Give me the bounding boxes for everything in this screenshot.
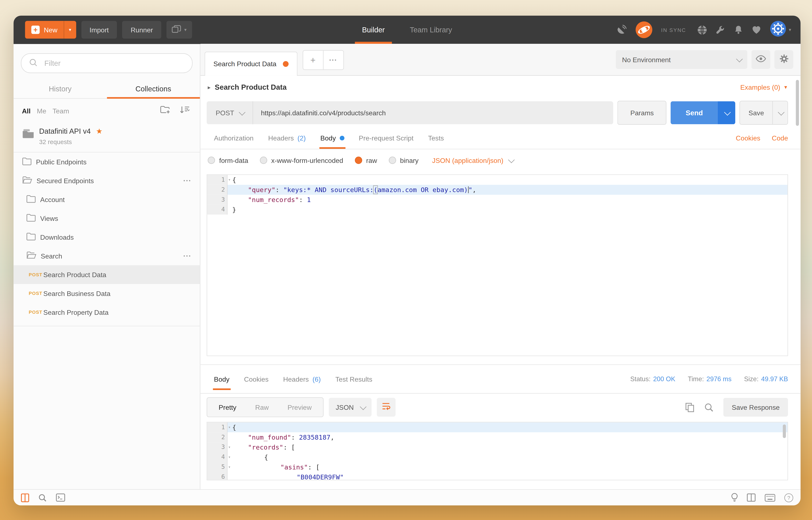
tab-response-headers[interactable]: Headers (6) xyxy=(276,368,328,390)
sync-status-icon[interactable] xyxy=(635,21,653,39)
code-fold-icon[interactable]: ▾ xyxy=(228,175,231,185)
favorites-heart-icon[interactable] xyxy=(752,25,762,34)
builder-tab-label: Builder xyxy=(362,26,385,34)
globe-icon[interactable] xyxy=(697,25,707,35)
new-window-button[interactable]: ▾ xyxy=(166,21,192,39)
tab-response-cookies[interactable]: Cookies xyxy=(237,368,276,390)
interceptor-satellite-icon[interactable] xyxy=(616,24,627,35)
method-selector[interactable]: POST xyxy=(207,101,253,124)
folder-secured-endpoints[interactable]: Secured Endpoints ••• xyxy=(13,171,200,190)
tab-body[interactable]: Body xyxy=(313,127,352,149)
open-request-tab[interactable]: Search Product Data xyxy=(205,52,297,76)
radio-urlencoded[interactable]: x-www-form-urlencoded xyxy=(260,156,343,164)
request-item-search-property-data[interactable]: POST Search Property Data xyxy=(13,303,200,321)
examples-dropdown[interactable]: Examples (0) ▼ xyxy=(740,83,788,91)
runner-button[interactable]: Runner xyxy=(122,21,161,39)
new-button[interactable]: + New ▾ xyxy=(25,21,76,39)
wrap-text-button[interactable] xyxy=(377,398,396,417)
response-scrollbar[interactable] xyxy=(783,424,786,438)
line-number: 1 xyxy=(221,423,225,431)
settings-wrench-icon[interactable] xyxy=(716,25,726,35)
folder-menu-icon[interactable]: ••• xyxy=(184,178,192,183)
send-options-button[interactable] xyxy=(718,101,735,124)
notifications-bell-icon[interactable] xyxy=(734,25,743,35)
folder-downloads[interactable]: Downloads xyxy=(13,228,200,246)
code-fold-icon[interactable]: ▾ xyxy=(228,422,231,433)
filter-input[interactable] xyxy=(43,58,185,68)
tab-pre-request-script[interactable]: Pre-request Script xyxy=(351,127,421,149)
code-fold-icon[interactable]: ▾ xyxy=(228,462,231,472)
request-name: Search Property Data xyxy=(43,308,109,316)
keyboard-shortcuts-icon[interactable] xyxy=(764,494,776,501)
request-item-search-business-data[interactable]: POST Search Business Data xyxy=(13,284,200,303)
toggle-sidebar-button[interactable] xyxy=(21,493,29,502)
line-number: 2 xyxy=(221,186,225,193)
send-button[interactable]: Send xyxy=(671,101,735,124)
body-mode-selector: form-data x-www-form-urlencoded raw xyxy=(200,149,801,171)
tab-builder[interactable]: Builder xyxy=(362,16,385,44)
folder-public-endpoints[interactable]: Public Endpoints xyxy=(13,153,200,171)
params-button[interactable]: Params xyxy=(618,101,667,125)
new-folder-icon[interactable] xyxy=(160,105,171,116)
filter-search-box[interactable] xyxy=(21,53,193,73)
view-pretty[interactable]: Pretty xyxy=(209,403,246,411)
environment-quicklook-button[interactable] xyxy=(752,50,770,69)
new-tab-button[interactable]: + xyxy=(303,51,323,70)
tab-team-library[interactable]: Team Library xyxy=(410,16,452,44)
response-language-selector[interactable]: JSON xyxy=(329,398,372,417)
tab-authorization[interactable]: Authorization xyxy=(207,127,261,149)
code-fold-icon[interactable]: ▾ xyxy=(228,442,231,452)
code-fold-icon[interactable]: ▾ xyxy=(228,452,231,462)
console-icon[interactable] xyxy=(56,493,65,501)
tab-response-body[interactable]: Body xyxy=(207,368,237,390)
radio-raw[interactable]: raw xyxy=(355,156,377,164)
folder-account[interactable]: Account xyxy=(13,190,200,209)
history-tab-label: History xyxy=(49,85,72,93)
vertical-scrollbar[interactable] xyxy=(796,80,799,126)
radio-binary[interactable]: binary xyxy=(389,156,419,164)
tab-test-results[interactable]: Test Results xyxy=(328,368,380,390)
search-icon[interactable] xyxy=(38,493,47,502)
folder-views[interactable]: Views xyxy=(13,209,200,228)
collapse-request-toggle[interactable]: ▸ xyxy=(208,84,211,90)
save-options-button[interactable] xyxy=(772,101,787,124)
environment-selector[interactable]: No Environment xyxy=(616,50,747,69)
collection-item-datafiniti[interactable]: Datafiniti API v4 ★ 32 requests xyxy=(13,122,200,153)
gear-icon xyxy=(779,54,789,66)
scope-me[interactable]: Me xyxy=(37,107,46,115)
environment-settings-button[interactable] xyxy=(774,50,793,69)
response-body-viewer[interactable]: 1▾ { 2 "num_found": 28358187, 3▾ "record… xyxy=(207,422,788,480)
help-icon[interactable]: ? xyxy=(784,493,793,502)
send-label: Send xyxy=(671,101,718,124)
two-pane-layout-icon[interactable] xyxy=(747,493,756,501)
chevron-down-icon[interactable]: ▾ xyxy=(64,27,76,32)
favorite-star-icon[interactable]: ★ xyxy=(96,127,103,135)
request-body-editor[interactable]: 1▾ { 2 "query": "keys:* AND sourceURLs:(… xyxy=(207,174,788,356)
search-response-button[interactable] xyxy=(704,402,714,412)
tab-collections[interactable]: Collections xyxy=(107,78,200,98)
save-response-button[interactable]: Save Response xyxy=(723,398,788,417)
content-type-selector[interactable]: JSON (application/json) xyxy=(432,156,513,164)
code-link[interactable]: Code xyxy=(772,134,788,142)
tab-options-button[interactable]: ••• xyxy=(323,51,343,70)
view-preview[interactable]: Preview xyxy=(278,403,321,411)
sort-icon[interactable] xyxy=(179,105,192,116)
url-input[interactable]: https://api.datafiniti.co/v4/products/se… xyxy=(253,109,614,117)
folder-menu-icon[interactable]: ••• xyxy=(184,253,192,259)
tab-tests[interactable]: Tests xyxy=(421,127,451,149)
folder-search[interactable]: Search ••• xyxy=(13,246,200,265)
user-menu[interactable]: ▾ xyxy=(770,20,791,39)
tips-lightbulb-icon[interactable] xyxy=(731,493,738,502)
tab-history[interactable]: History xyxy=(13,78,107,98)
scope-all[interactable]: All xyxy=(22,107,31,115)
cookies-link[interactable]: Cookies xyxy=(736,134,760,142)
tab-headers[interactable]: Headers (2) xyxy=(261,127,313,149)
scope-team[interactable]: Team xyxy=(52,107,69,115)
import-button[interactable]: Import xyxy=(81,21,117,39)
radio-icon xyxy=(389,157,396,164)
save-button[interactable]: Save xyxy=(740,101,788,125)
view-raw[interactable]: Raw xyxy=(246,403,278,411)
radio-form-data[interactable]: form-data xyxy=(208,156,248,164)
copy-response-button[interactable] xyxy=(685,402,695,412)
request-item-search-product-data[interactable]: POST Search Product Data xyxy=(13,265,200,284)
